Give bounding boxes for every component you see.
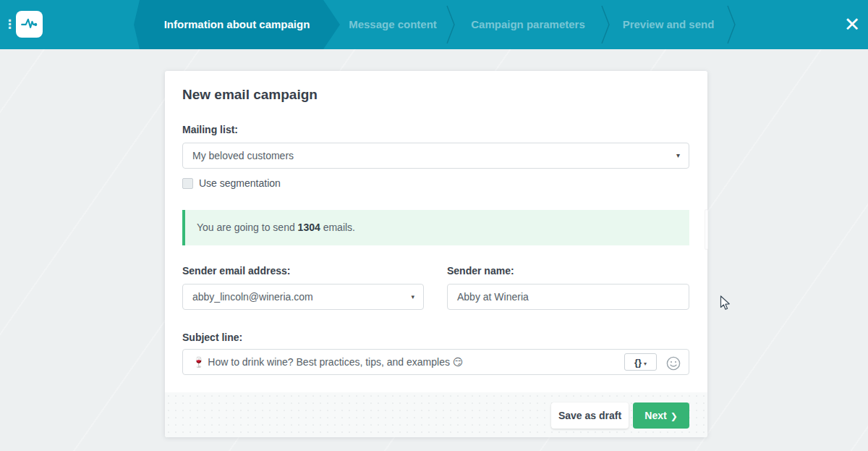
pulse-icon — [20, 13, 39, 35]
tab-campaign-parameters[interactable]: Campaign parameters — [456, 0, 600, 49]
subject-line-value: 🍷 How to drink wine? Best practices, tip… — [192, 350, 616, 374]
tab-separator-icon — [600, 0, 610, 49]
send-count-alert: You are going to send 1304 emails. — [182, 210, 689, 245]
dots-menu-icon[interactable]: ⋮ — [4, 14, 14, 35]
mailing-list-select[interactable]: My beloved customers ▾ — [182, 143, 689, 169]
sender-email-value: abby_lincoln@wineria.com — [192, 284, 313, 309]
smiley-icon — [666, 356, 681, 371]
mailing-list-value: My beloved customers — [192, 143, 294, 168]
form-footer: Save as draft Next❯ — [165, 392, 707, 437]
sender-email-select[interactable]: abby_lincoln@wineria.com ▾ — [182, 284, 424, 310]
sender-email-label: Sender email address: — [182, 265, 290, 277]
subject-line-field[interactable]: 🍷 How to drink wine? Best practices, tip… — [182, 349, 689, 375]
emoji-picker-button[interactable] — [666, 355, 681, 369]
caret-down-icon: ▾ — [676, 143, 680, 168]
caret-down-icon: ▾ — [644, 361, 647, 367]
alert-text-suffix: emails. — [320, 222, 355, 233]
scrollbar-thumb[interactable] — [705, 209, 708, 250]
campaign-form-card: New email campaign Mailing list: My belo… — [165, 71, 707, 437]
app-logo[interactable] — [16, 11, 43, 38]
subject-line-label: Subject line: — [182, 332, 242, 343]
use-segmentation-label: Use segmentation — [199, 177, 281, 189]
page-title: New email campaign — [182, 87, 318, 103]
alert-email-count: 1304 — [298, 222, 320, 233]
mailing-list-label: Mailing list: — [182, 124, 238, 135]
alert-text-prefix: You are going to send — [197, 222, 298, 233]
close-icon[interactable]: ✕ — [838, 10, 867, 39]
mouse-cursor — [720, 295, 733, 314]
tab-information-about-campaign[interactable]: Information about campaign — [134, 0, 340, 49]
sender-name-value: Abby at Wineria — [457, 284, 529, 309]
tab-separator-icon — [726, 0, 736, 49]
variables-icon: {} — [634, 357, 642, 368]
tab-message-content[interactable]: Message content — [340, 0, 446, 49]
caret-down-icon: ▾ — [411, 284, 414, 309]
sender-name-label: Sender name: — [447, 265, 514, 277]
chevron-right-icon: ❯ — [671, 411, 678, 421]
save-as-draft-button[interactable]: Save as draft — [551, 402, 629, 429]
tab-preview-and-send[interactable]: Preview and send — [610, 0, 726, 49]
use-segmentation-checkbox[interactable] — [182, 178, 193, 189]
tab-separator-icon — [446, 0, 456, 49]
next-button-label: Next — [644, 410, 666, 421]
app-header: ⋮ Information about campaign Message con… — [0, 0, 868, 49]
insert-variable-button[interactable]: {}▾ — [624, 353, 657, 371]
sender-name-field[interactable]: Abby at Wineria — [447, 284, 689, 310]
next-button[interactable]: Next❯ — [633, 402, 689, 429]
